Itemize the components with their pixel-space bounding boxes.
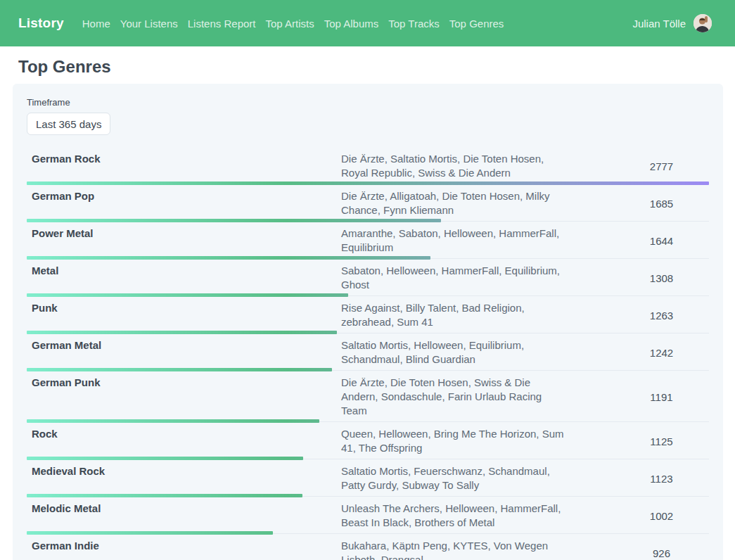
genre-name: Melodic Metal	[27, 502, 341, 516]
genre-row: German Rock Die Ärzte, Saltatio Mortis, …	[27, 148, 709, 185]
genre-bar-track	[27, 293, 709, 297]
genre-bar-fill	[27, 494, 302, 497]
genre-bar-fill	[27, 256, 430, 260]
genre-count: 1125	[614, 435, 709, 447]
timeframe-filter: Timeframe Last 365 days	[27, 97, 709, 135]
genre-artists: Unleash The Archers, Helloween, HammerFa…	[341, 502, 568, 530]
user-name: Julian Tölle	[632, 18, 686, 30]
genre-artists: Rise Against, Billy Talent, Bad Religion…	[341, 301, 568, 329]
genre-row-spacer	[568, 464, 614, 492]
nav-link-top-albums[interactable]: Top Albums	[324, 18, 379, 30]
genre-name: Power Metal	[27, 227, 341, 241]
genre-name: Medieval Rock	[27, 464, 341, 478]
genre-row-spacer	[568, 227, 614, 255]
main-content: Top Genres Timeframe Last 365 days Germa…	[0, 58, 735, 560]
genre-name: Metal	[27, 264, 341, 278]
genre-row: Punk Rise Against, Billy Talent, Bad Rel…	[27, 297, 709, 334]
genre-count: 2777	[614, 160, 709, 172]
genre-row: German Metal Saltatio Mortis, Helloween,…	[27, 334, 709, 371]
timeframe-select[interactable]: Last 365 days	[27, 113, 110, 135]
genre-count: 926	[614, 547, 709, 559]
genre-artists: Amaranthe, Sabaton, Helloween, HammerFal…	[341, 227, 568, 255]
genre-bar-track	[27, 219, 709, 222]
genre-bar-track	[27, 256, 709, 260]
genre-count: 1002	[614, 510, 709, 522]
genre-row: Rock Queen, Helloween, Bring Me The Hori…	[27, 423, 709, 460]
nav-link-top-tracks[interactable]: Top Tracks	[388, 18, 440, 30]
genre-row: Medieval Rock Saltatio Mortis, Feuerschw…	[27, 460, 709, 497]
page-title: Top Genres	[18, 58, 735, 76]
genre-count: 1644	[614, 235, 709, 247]
genre-name: German Metal	[27, 338, 341, 352]
genre-bar-fill	[27, 531, 273, 535]
nav-links: HomeYour ListensListens ReportTop Artist…	[82, 18, 504, 30]
genre-artists: Die Ärzte, Alligatoah, Die Toten Hosen, …	[341, 189, 568, 217]
genre-count: 1308	[614, 272, 709, 284]
genre-count: 1191	[614, 391, 709, 403]
genre-artists: Saltatio Mortis, Feuerschwanz, Schandmau…	[341, 464, 568, 492]
genre-bar-fill	[27, 331, 337, 334]
brand-logo[interactable]: Listory	[18, 15, 64, 31]
genre-artists: Die Ärzte, Saltatio Mortis, Die Toten Ho…	[341, 152, 568, 180]
navbar: Listory HomeYour ListensListens ReportTo…	[0, 0, 735, 46]
genre-count: 1685	[614, 198, 709, 210]
genre-bar-track	[27, 331, 709, 334]
genre-artists: Die Ärzte, Die Toten Hosen, Swiss & Die …	[341, 376, 568, 418]
genre-bar-fill	[27, 219, 441, 222]
genre-row-spacer	[568, 264, 614, 292]
genre-bar-track	[27, 419, 709, 423]
genre-row: German Indie Bukahara, Käptn Peng, KYTES…	[27, 535, 709, 560]
genre-list: German Rock Die Ärzte, Saltatio Mortis, …	[27, 148, 709, 560]
genre-name: German Pop	[27, 189, 341, 203]
nav-user: Julian Tölle	[632, 14, 712, 32]
genre-name: Rock	[27, 427, 341, 441]
genre-name: German Punk	[27, 376, 341, 390]
genre-row-spacer	[568, 189, 614, 217]
genre-bar-fill	[27, 419, 319, 423]
user-avatar[interactable]	[694, 14, 712, 32]
genre-name: German Rock	[27, 152, 341, 166]
genre-row-spacer	[568, 376, 614, 418]
genre-row: German Pop Die Ärzte, Alligatoah, Die To…	[27, 185, 709, 222]
genre-bar-track	[27, 182, 709, 185]
genre-count: 1263	[614, 310, 709, 322]
genre-row: Melodic Metal Unleash The Archers, Hello…	[27, 497, 709, 535]
genre-count: 1242	[614, 347, 709, 359]
genre-artists: Saltatio Mortis, Helloween, Equilibrium,…	[341, 338, 568, 367]
genre-bar-track	[27, 494, 709, 497]
genre-row: Metal Sabaton, Helloween, HammerFall, Eq…	[27, 260, 709, 297]
nav-link-top-artists[interactable]: Top Artists	[266, 18, 314, 30]
genre-row-spacer	[568, 301, 614, 329]
genre-bar-fill	[27, 457, 303, 460]
avatar-photo-icon	[694, 14, 712, 32]
genre-row-spacer	[568, 338, 614, 367]
genre-name: Punk	[27, 301, 341, 315]
genre-row: German Punk Die Ärzte, Die Toten Hosen, …	[27, 371, 709, 423]
nav-link-top-genres[interactable]: Top Genres	[449, 18, 504, 30]
genre-row-spacer	[568, 427, 614, 455]
genre-bar-fill	[27, 293, 348, 297]
nav-link-listens-report[interactable]: Listens Report	[188, 18, 256, 30]
genre-bar-fill	[27, 368, 332, 371]
genre-bar-track	[27, 531, 709, 535]
genre-count: 1123	[614, 473, 709, 485]
nav-link-home[interactable]: Home	[82, 18, 110, 30]
genre-bar-fill	[27, 182, 709, 185]
genre-bar-track	[27, 368, 709, 371]
nav-link-your-listens[interactable]: Your Listens	[120, 18, 178, 30]
genre-row: Power Metal Amaranthe, Sabaton, Hellowee…	[27, 222, 709, 260]
genre-artists: Sabaton, Helloween, HammerFall, Equilibr…	[341, 264, 568, 292]
genre-bar-track	[27, 457, 709, 460]
timeframe-label: Timeframe	[27, 97, 709, 108]
top-genres-card: Timeframe Last 365 days German Rock Die …	[13, 84, 723, 560]
genre-artists: Queen, Helloween, Bring Me The Horizon, …	[341, 427, 568, 455]
genre-row-spacer	[568, 539, 614, 560]
genre-row-spacer	[568, 502, 614, 530]
genre-artists: Bukahara, Käptn Peng, KYTES, Von Wegen L…	[341, 539, 568, 560]
genre-row-spacer	[568, 152, 614, 180]
genre-name: German Indie	[27, 539, 341, 553]
